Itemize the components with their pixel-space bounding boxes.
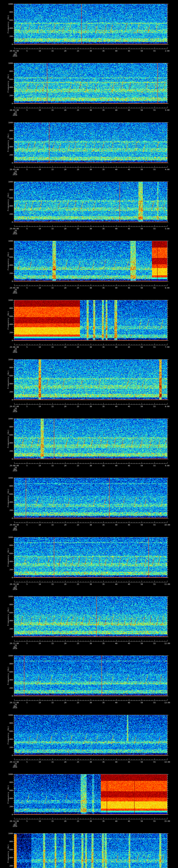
y-tick-label: 600 (5, 553, 13, 555)
x-tick-label: 35 (102, 287, 105, 289)
x-tick-label: 5 (26, 287, 28, 289)
x-tick-label: 10 (38, 168, 41, 170)
x-tick-label: 50 (141, 168, 143, 170)
date-year: 2016 (13, 114, 18, 116)
x-axis-end-time: 2:00 (165, 50, 170, 52)
x-tick-label: 10 (38, 643, 41, 644)
x-tick-label: 5 (26, 346, 28, 348)
x-tick-label: 35 (102, 583, 105, 585)
y-tick-label: 1000 (5, 833, 13, 835)
spectrogram-panel: Frequency (Hz)0200400600800100020:01:002… (0, 0, 178, 59)
x-tick-label: 50 (141, 465, 143, 467)
x-tick-label: 5 (26, 761, 28, 763)
x-tick-label: 35 (102, 109, 105, 111)
y-tick-label: 400 (5, 264, 13, 266)
x-axis-end-time: 15:00 (164, 820, 170, 822)
y-tick-label: 800 (5, 367, 13, 369)
y-tick-label: 0 (5, 280, 13, 282)
x-tick-label: 10 (38, 583, 41, 585)
x-tick-label: 10 (38, 524, 41, 526)
x-tick-label: 10 (38, 702, 41, 704)
x-tick-label: 50 (141, 524, 143, 526)
y-tick-label: 1000 (5, 62, 13, 64)
y-axis-title: Frequency (Hz) (7, 726, 9, 745)
y-tick-label: 200 (5, 806, 13, 808)
x-tick-label: 20 (64, 406, 66, 407)
x-tick-label: 30 (90, 50, 92, 52)
x-tick-label: 50 (141, 583, 143, 585)
x-tick-label: 45 (128, 346, 130, 348)
x-axis-start-time: 20:13:00 (10, 761, 19, 763)
x-tick-label: 40 (115, 346, 117, 348)
x-axis-start-time: 20:03:00 (10, 168, 19, 170)
y-tick-label: 800 (5, 545, 13, 546)
y-tick-label: 600 (5, 671, 13, 673)
x-axis-end-time: 12:00 (164, 643, 170, 644)
y-axis-title: Frequency (Hz) (7, 548, 9, 567)
x-tick-label: 45 (128, 524, 130, 526)
y-tick-label: 0 (5, 221, 13, 223)
y-tick-label: 800 (5, 189, 13, 191)
y-tick-label: 400 (5, 205, 13, 207)
x-tick-label: 45 (128, 109, 130, 111)
x-tick-label: 55 (153, 287, 155, 289)
x-tick-label: 40 (115, 643, 117, 644)
x-tick-label: 55 (153, 524, 155, 526)
y-tick-label: 200 (5, 865, 13, 867)
x-axis-end-time: 9:00 (165, 465, 170, 467)
y-tick-label: 0 (5, 754, 13, 756)
x-tick-label: 55 (153, 228, 155, 230)
y-tick-label: 0 (5, 814, 13, 815)
y-tick-label: 200 (5, 35, 13, 37)
x-tick-label: 25 (77, 643, 79, 644)
x-tick-label: 15 (51, 702, 54, 704)
x-tick-label: 50 (141, 50, 143, 52)
date-year: 2016 (13, 174, 18, 176)
y-tick-label: 200 (5, 95, 13, 96)
y-tick-label: 0 (5, 458, 13, 460)
x-tick-label: 20 (64, 583, 66, 585)
x-tick-label: 15 (51, 228, 54, 230)
x-tick-label: 30 (90, 346, 92, 348)
y-tick-label: 400 (5, 27, 13, 29)
y-tick-label: 0 (5, 162, 13, 164)
y-tick-label: 800 (5, 663, 13, 665)
x-tick-label: 35 (102, 820, 105, 822)
y-tick-label: 0 (5, 695, 13, 697)
y-tick-label: 600 (5, 138, 13, 140)
x-tick-label: 30 (90, 168, 92, 170)
x-tick-label: 10 (38, 109, 41, 111)
y-tick-label: 400 (5, 501, 13, 503)
spectrogram-panel: Frequency (Hz)0200400600800100020:12:001… (0, 652, 178, 711)
x-tick-label: 35 (102, 524, 105, 526)
x-tick-label: 20 (64, 287, 66, 289)
x-tick-label: 45 (128, 50, 130, 52)
x-tick-label: 50 (141, 702, 143, 704)
x-axis-end-time: 7:00 (165, 346, 170, 348)
y-tick-label: 0 (5, 399, 13, 401)
x-tick-label: 5 (26, 50, 28, 52)
y-tick-label: 800 (5, 130, 13, 132)
x-tick-label: 25 (77, 524, 79, 526)
spectrogram-panel: Frequency (Hz)0200400600800100020:07:008… (0, 355, 178, 415)
y-tick-label: 1000 (5, 536, 13, 538)
x-tick-label: 55 (153, 643, 155, 644)
x-tick-label: 20 (64, 524, 66, 526)
x-tick-label: 20 (64, 228, 66, 230)
x-tick-label: 25 (77, 465, 79, 467)
date-year: 2016 (13, 470, 18, 472)
x-axis-end-time: 8:00 (165, 406, 170, 407)
x-tick-label: 15 (51, 287, 54, 289)
y-tick-label: 1000 (5, 122, 13, 124)
date-year: 2016 (13, 766, 18, 768)
x-tick-label: 35 (102, 702, 105, 704)
x-tick-label: 55 (153, 820, 155, 822)
x-tick-label: 30 (90, 228, 92, 230)
y-tick-label: 200 (5, 272, 13, 274)
x-tick-label: 5 (26, 583, 28, 585)
x-tick-label: 15 (51, 583, 54, 585)
y-axis-title: Frequency (Hz) (7, 844, 9, 863)
date-year: 2016 (13, 55, 18, 57)
x-axis-end-time: 6:00 (165, 287, 170, 289)
x-axis-start-time: 20:10:00 (10, 583, 19, 585)
